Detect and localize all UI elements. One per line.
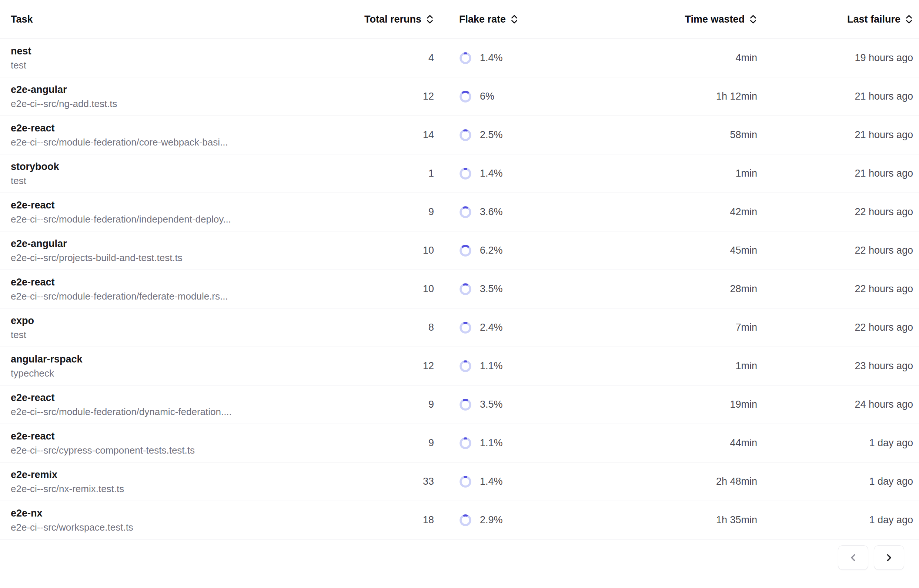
last-failure-value: 1 day ago [757,437,913,449]
task-cell: e2e-nx e2e-ci--src/workspace.test.ts [11,507,389,533]
total-reruns-value: 18 [389,514,434,526]
flake-rate-donut-icon [459,52,472,65]
task-name: e2e-nx [11,507,389,520]
table-row[interactable]: e2e-react e2e-ci--src/module-federation/… [0,193,919,231]
task-name: e2e-react [11,122,389,134]
flake-rate-value: 1.4% [480,52,503,64]
chevron-left-icon [848,553,858,562]
flake-rate-cell: 1.4% [434,167,615,180]
task-cell: nest test [11,45,389,71]
task-target: test [11,175,389,187]
flake-rate-cell: 1.4% [434,52,615,65]
previous-page-button[interactable] [838,545,868,570]
table-row[interactable]: angular-rspack typecheck 12 1.1% 1min 23… [0,347,919,386]
task-name: e2e-angular [11,238,389,250]
flake-rate-cell: 3.5% [434,283,615,296]
time-wasted-value: 45min [615,245,757,256]
column-header-time-wasted[interactable]: Time wasted [615,14,757,25]
flaky-tasks-table: Task Total reruns Flake rate Time wasted… [0,0,919,540]
task-target: e2e-ci--src/cypress-component-tests.test… [11,444,389,456]
flake-rate-donut-icon [459,90,472,103]
flake-rate-value: 2.9% [480,514,503,526]
task-cell: angular-rspack typecheck [11,353,389,379]
table-row[interactable]: expo test 8 2.4% 7min 22 hours ago [0,309,919,347]
table-row[interactable]: e2e-remix e2e-ci--src/nx-remix.test.ts 3… [0,462,919,501]
flake-rate-value: 6.2% [480,245,503,256]
column-header-task: Task [11,14,389,25]
task-name: e2e-react [11,276,389,288]
flake-rate-cell: 1.1% [434,360,615,373]
time-wasted-value: 2h 48min [615,476,757,487]
time-wasted-value: 28min [615,283,757,295]
column-header-last-failure-label: Last failure [847,14,901,25]
task-cell: e2e-react e2e-ci--src/module-federation/… [11,276,389,302]
flake-rate-donut-icon [459,514,472,527]
task-target: typecheck [11,367,389,379]
column-header-task-label: Task [11,14,33,25]
flake-rate-value: 3.6% [480,206,503,218]
table-row[interactable]: e2e-react e2e-ci--src/cypress-component-… [0,424,919,462]
flake-rate-value: 1.1% [480,360,503,372]
task-cell: e2e-react e2e-ci--src/module-federation/… [11,122,389,148]
sort-icon[interactable] [426,14,434,24]
total-reruns-value: 9 [389,399,434,410]
last-failure-value: 21 hours ago [757,91,913,102]
table-row[interactable]: nest test 4 1.4% 4min 19 hours ago [0,39,919,78]
column-header-flake-rate[interactable]: Flake rate [434,14,615,25]
table-row[interactable]: e2e-angular e2e-ci--src/projects-build-a… [0,231,919,270]
table-body: nest test 4 1.4% 4min 19 hours ago e2e-a… [0,39,919,540]
flake-rate-cell: 2.9% [434,514,615,527]
table-header-row: Task Total reruns Flake rate Time wasted… [0,0,919,39]
flake-rate-donut-icon [459,206,472,218]
time-wasted-value: 58min [615,129,757,141]
task-target: e2e-ci--src/ng-add.test.ts [11,98,389,110]
flake-rate-cell: 1.1% [434,437,615,449]
sort-icon[interactable] [905,14,913,24]
table-row[interactable]: e2e-react e2e-ci--src/module-federation/… [0,270,919,309]
flake-rate-donut-icon [459,129,472,141]
task-cell: e2e-react e2e-ci--src/module-federation/… [11,199,389,225]
flake-rate-value: 3.5% [480,283,503,295]
flake-rate-value: 1.4% [480,168,503,179]
task-target: test [11,329,389,341]
flake-rate-value: 1.4% [480,476,503,487]
total-reruns-value: 33 [389,476,434,487]
sort-icon[interactable] [510,14,518,24]
task-name: e2e-react [11,199,389,212]
table-row[interactable]: e2e-react e2e-ci--src/module-federation/… [0,116,919,154]
sort-icon[interactable] [749,14,757,24]
total-reruns-value: 12 [389,91,434,102]
last-failure-value: 21 hours ago [757,129,913,141]
flake-rate-value: 2.4% [480,322,503,333]
pagination [0,545,919,570]
flake-rate-cell: 2.4% [434,321,615,334]
chevron-right-icon [884,553,894,562]
total-reruns-value: 10 [389,245,434,256]
last-failure-value: 22 hours ago [757,283,913,295]
time-wasted-value: 44min [615,437,757,449]
table-row[interactable]: storybook test 1 1.4% 1min 21 hours ago [0,154,919,193]
flake-rate-donut-icon [459,244,472,257]
total-reruns-value: 8 [389,322,434,333]
column-header-last-failure[interactable]: Last failure [757,14,913,25]
flake-rate-donut-icon [459,398,472,411]
time-wasted-value: 4min [615,52,757,64]
table-row[interactable]: e2e-angular e2e-ci--src/ng-add.test.ts 1… [0,78,919,116]
flake-rate-donut-icon [459,437,472,449]
total-reruns-value: 4 [389,52,434,64]
task-name: e2e-remix [11,469,389,481]
time-wasted-value: 1min [615,360,757,372]
time-wasted-value: 19min [615,399,757,410]
task-target: e2e-ci--src/module-federation/federate-m… [11,290,389,302]
last-failure-value: 22 hours ago [757,206,913,218]
table-row[interactable]: e2e-nx e2e-ci--src/workspace.test.ts 18 … [0,501,919,540]
flake-rate-value: 1.1% [480,437,503,449]
task-cell: storybook test [11,161,389,187]
task-cell: e2e-angular e2e-ci--src/ng-add.test.ts [11,84,389,110]
next-page-button[interactable] [874,545,904,570]
flake-rate-donut-icon [459,360,472,373]
last-failure-value: 22 hours ago [757,245,913,256]
table-row[interactable]: e2e-react e2e-ci--src/module-federation/… [0,386,919,424]
column-header-total-reruns[interactable]: Total reruns [389,14,434,25]
task-cell: expo test [11,315,389,341]
